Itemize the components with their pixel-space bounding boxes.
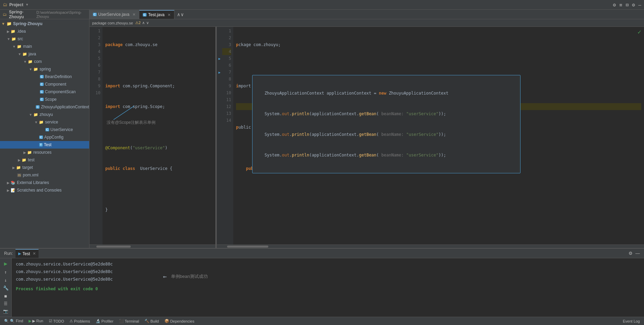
bottom-settings-icon[interactable]: ⚙ [629,251,633,256]
status-find[interactable]: 🔍 🔍 Find [1,317,26,325]
project-dropdown[interactable]: ▼ [25,3,29,7]
todo-label: TODO [53,319,64,323]
status-problems[interactable]: ⚠ Problems [67,317,93,325]
left-hscroll-thumb[interactable] [96,246,131,248]
settings-icon[interactable]: ⚙ [613,2,616,8]
split-icon[interactable]: ⊟ [626,2,629,8]
run-config-icon[interactable]: ⚙ [632,2,635,8]
project-title: Project [9,2,23,7]
status-profiler[interactable]: 🔬 Profiler [93,317,116,325]
status-terminal[interactable]: ⬛ Terminal [116,317,142,325]
sidebar-item-beandefinition[interactable]: C BeanDefinition [0,73,89,80]
right-line-numbers: 1 2 3 4 5 6 7 8 9 10 11 [222,27,233,245]
sidebar-item-src[interactable]: ▼ 📁 src [0,35,89,43]
sidebar-item-test-folder[interactable]: ▶ 📁 test [0,156,89,164]
tab-test-close[interactable]: ✕ [168,13,171,17]
status-run[interactable]: ▶ ▶ Run [26,317,46,325]
r-code-line-8: ZhouyuApplicationContext applicationCont… [236,206,641,213]
sidebar-item-com[interactable]: ▼ 📁 com [0,58,89,65]
popup-line-4: System.out.println(applicationContext.ge… [255,152,518,159]
pom-label: pom.xml [23,173,38,177]
beandefinition-class-icon: C [40,75,44,78]
userservice-label: UserService [51,127,73,132]
sidebar-item-appconfig[interactable]: C AppConfig [0,133,89,141]
run-arrow-7[interactable]: ▶ [218,71,221,74]
sidebar-item-test[interactable]: T Test [0,141,89,149]
zhouyuappcontext-label: ZhouyuApplicationContext [41,105,89,109]
bottom-panel-controls: ⚙ — [629,251,643,256]
event-log-label[interactable]: Event Log [623,319,640,323]
zhouyuappcontext-class-icon: C [36,105,40,109]
code-line-7: public class UserService { [105,165,213,172]
sidebar-item-userservice[interactable]: C UserService [0,126,89,133]
sidebar-item-extlibs[interactable]: ▶ 📚 External Libraries [0,179,89,186]
componentscan-class-icon: C [40,90,44,94]
idea-label: .idea [17,29,26,34]
sidebar-item-zhouyuappcontext[interactable]: C ZhouyuApplicationContext [0,103,89,111]
status-todo[interactable]: ☑ TODO [46,317,67,325]
terminal-label: Terminal [125,319,139,323]
status-dependencies[interactable]: 📦 Dependencies [162,317,197,325]
left-hscroll[interactable] [89,245,215,248]
test-tab-label: Test [22,251,30,256]
sidebar-item-java[interactable]: ▼ 📁 java [0,50,89,58]
popup-line-3: System.out.println(applicationContext.ge… [255,131,518,138]
sidebar-item-spring[interactable]: ▼ 📁 spring [0,65,89,73]
run-stop-icon[interactable]: ◼ [4,293,7,299]
run-down-icon[interactable]: ↓ [4,278,7,283]
nav-next-icon[interactable]: ∨ [146,21,149,25]
run-gutter-line7[interactable]: ▶ [217,69,222,76]
run-arrow-5[interactable]: ▶ [218,57,221,61]
editor-nav: ∧ ∨ [176,12,185,17]
sidebar-item-service[interactable]: ▼ 📁 service [0,118,89,126]
run-area: ▶ ↑ ↓ 🔧 ◼ ☰ 📷 ⇅ com.zhouyu.service.UserS… [0,258,644,317]
zhouyu-label: zhouyu [40,112,53,117]
sidebar-item-main[interactable]: ▼ 📁 main [0,43,89,50]
code-line-3: import com.spring.Component; [105,83,213,89]
right-hscroll[interactable] [217,245,644,248]
tab-userservice-close[interactable]: ✕ [132,12,136,17]
run-up-icon[interactable]: ↑ [4,270,7,275]
right-code-content[interactable]: pckage com.zhouyu; import com.spring.Zho… [233,27,644,245]
right-editor-scroll[interactable]: ▶ ▶ 1 2 3 [217,27,644,245]
sidebar-item-pom[interactable]: m pom.xml [0,171,89,179]
sidebar-item-target[interactable]: ▶ 📁 target [0,164,89,171]
extlibs-label: External Libraries [17,180,49,185]
run-output[interactable]: com.zhouyu.service.UserService@5e2de80c … [12,258,644,317]
sidebar-item-scope[interactable]: C Scope [0,96,89,103]
tab-userservice[interactable]: C UserService.java ✕ [89,10,139,19]
sidebar-item-zhouyu[interactable]: ▼ 📁 zhouyu [0,111,89,118]
scratches-label: Scratches and Consoles [17,188,62,193]
java-label: java [29,52,36,56]
sidebar-item-resources[interactable]: ▶ 📁 resources [0,149,89,156]
output-line-3: com.zhouyu.service.UserService@5e2de80c [16,275,640,283]
run-filter-icon[interactable]: ☰ [4,301,8,306]
component-class-icon: C [40,83,44,86]
sidebar-item-componentscan[interactable]: C ComponentScan [0,88,89,96]
bottom-tab-test[interactable]: ▶ Test ✕ [15,249,39,258]
run-gutter-line5[interactable]: ▶ [217,55,222,62]
test-tab-close[interactable]: ✕ [33,251,36,256]
target-label: target [22,165,33,170]
nav-down-icon[interactable]: ∨ [181,12,184,17]
status-build[interactable]: 🔨 Build [142,317,161,325]
sidebar-item-scratches[interactable]: ▶ 📝 Scratches and Consoles [0,186,89,194]
bottom-panel: Run: ▶ Test ✕ ⚙ — ▶ ↑ ↓ 🔧 ◼ ☰ 📷 ⇅ [0,248,644,317]
bottom-minimize-icon[interactable]: — [635,251,640,256]
run-play-icon[interactable]: ▶ [4,260,8,267]
align-icon[interactable]: ≡ [619,2,622,8]
sidebar-item-component[interactable]: C Component [0,80,89,88]
left-editor-scroll[interactable]: 1 2 3 4 5 6 7 8 9 10 [89,27,215,245]
left-code-content[interactable]: package com.zhouyu.se import com.spring.… [103,27,215,245]
sidebar-item-idea[interactable]: ▶ 📁 .idea [0,28,89,35]
popup-line-1: ZhouyuApplicationContext applicationCont… [255,90,518,97]
nav-up-icon[interactable]: ∧ [177,12,180,17]
run-camera-icon[interactable]: 📷 [3,309,8,314]
com-label: com [34,59,42,64]
tree-item-root[interactable]: ▼ 📁 Spring-Zhouyu [0,20,89,28]
minimize-icon[interactable]: — [638,2,641,8]
run-wrench-icon[interactable]: 🔧 [3,285,9,291]
tab-test[interactable]: C Test.java ✕ [139,10,174,19]
right-hscroll-thumb[interactable] [227,246,268,248]
nav-prev-icon[interactable]: ∧ [142,21,145,25]
